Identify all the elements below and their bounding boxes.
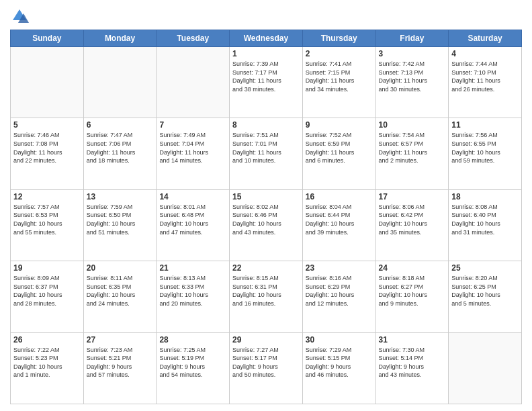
day-info: Sunrise: 8:08 AM Sunset: 6:40 PM Dayligh…	[451, 203, 519, 236]
calendar-cell: 31Sunrise: 7:30 AM Sunset: 5:14 PM Dayli…	[375, 332, 449, 404]
day-number: 5	[13, 120, 81, 130]
day-number: 7	[159, 120, 226, 130]
day-info: Sunrise: 8:13 AM Sunset: 6:33 PM Dayligh…	[159, 274, 226, 308]
calendar-cell: 14Sunrise: 8:01 AM Sunset: 6:48 PM Dayli…	[157, 189, 230, 261]
day-info: Sunrise: 7:44 AM Sunset: 7:10 PM Dayligh…	[451, 60, 519, 93]
day-info: Sunrise: 7:56 AM Sunset: 6:55 PM Dayligh…	[451, 131, 519, 165]
calendar-cell: 30Sunrise: 7:29 AM Sunset: 5:15 PM Dayli…	[302, 332, 375, 404]
day-info: Sunrise: 8:09 AM Sunset: 6:37 PM Dayligh…	[13, 274, 81, 308]
logo	[10, 7, 32, 26]
day-info: Sunrise: 8:15 AM Sunset: 6:31 PM Dayligh…	[232, 274, 300, 308]
day-number: 24	[379, 263, 446, 273]
calendar-cell: 4Sunrise: 7:44 AM Sunset: 7:10 PM Daylig…	[449, 47, 522, 118]
calendar-cell: 24Sunrise: 8:18 AM Sunset: 6:27 PM Dayli…	[375, 261, 449, 332]
day-info: Sunrise: 7:54 AM Sunset: 6:57 PM Dayligh…	[379, 131, 446, 165]
day-info: Sunrise: 8:11 AM Sunset: 6:35 PM Dayligh…	[87, 274, 154, 308]
day-info: Sunrise: 8:06 AM Sunset: 6:42 PM Dayligh…	[379, 203, 446, 236]
calendar-cell	[157, 47, 230, 118]
day-number: 16	[306, 192, 373, 201]
day-number: 19	[13, 263, 81, 273]
day-number: 10	[379, 120, 446, 130]
calendar-week-5: 26Sunrise: 7:22 AM Sunset: 5:23 PM Dayli…	[11, 332, 522, 404]
calendar-week-2: 5Sunrise: 7:46 AM Sunset: 7:08 PM Daylig…	[11, 118, 522, 189]
day-info: Sunrise: 7:27 AM Sunset: 5:17 PM Dayligh…	[232, 346, 300, 379]
header	[10, 7, 522, 26]
day-info: Sunrise: 7:49 AM Sunset: 7:04 PM Dayligh…	[159, 131, 226, 165]
weekday-header-wednesday: Wednesday	[230, 30, 303, 47]
day-number: 6	[87, 120, 154, 130]
day-info: Sunrise: 7:23 AM Sunset: 5:21 PM Dayligh…	[87, 346, 154, 379]
day-info: Sunrise: 8:02 AM Sunset: 6:46 PM Dayligh…	[232, 203, 300, 236]
calendar-cell: 20Sunrise: 8:11 AM Sunset: 6:35 PM Dayli…	[83, 261, 157, 332]
day-number: 22	[232, 263, 300, 273]
day-number: 2	[306, 49, 373, 58]
calendar: SundayMondayTuesdayWednesdayThursdayFrid…	[10, 30, 522, 404]
day-info: Sunrise: 7:39 AM Sunset: 7:17 PM Dayligh…	[232, 60, 300, 93]
calendar-cell: 11Sunrise: 7:56 AM Sunset: 6:55 PM Dayli…	[449, 118, 522, 189]
day-number: 20	[87, 263, 154, 273]
day-info: Sunrise: 8:20 AM Sunset: 6:25 PM Dayligh…	[451, 274, 519, 308]
day-info: Sunrise: 7:41 AM Sunset: 7:15 PM Dayligh…	[306, 60, 373, 93]
day-number: 15	[232, 192, 300, 201]
calendar-cell: 28Sunrise: 7:25 AM Sunset: 5:19 PM Dayli…	[157, 332, 230, 404]
day-info: Sunrise: 8:04 AM Sunset: 6:44 PM Dayligh…	[306, 203, 373, 236]
day-number: 27	[87, 335, 154, 345]
day-number: 18	[451, 192, 519, 201]
calendar-cell	[83, 47, 157, 118]
day-info: Sunrise: 7:30 AM Sunset: 5:14 PM Dayligh…	[379, 346, 446, 379]
calendar-cell: 19Sunrise: 8:09 AM Sunset: 6:37 PM Dayli…	[11, 261, 84, 332]
day-number: 21	[159, 263, 226, 273]
calendar-cell: 7Sunrise: 7:49 AM Sunset: 7:04 PM Daylig…	[157, 118, 230, 189]
day-number: 13	[87, 192, 154, 201]
calendar-cell: 18Sunrise: 8:08 AM Sunset: 6:40 PM Dayli…	[449, 189, 522, 261]
day-info: Sunrise: 7:51 AM Sunset: 7:01 PM Dayligh…	[232, 131, 300, 165]
day-info: Sunrise: 7:57 AM Sunset: 6:53 PM Dayligh…	[13, 203, 81, 236]
day-info: Sunrise: 7:42 AM Sunset: 7:13 PM Dayligh…	[379, 60, 446, 93]
day-number: 9	[306, 120, 373, 130]
calendar-cell: 29Sunrise: 7:27 AM Sunset: 5:17 PM Dayli…	[230, 332, 303, 404]
page: SundayMondayTuesdayWednesdayThursdayFrid…	[0, 0, 532, 411]
day-info: Sunrise: 8:18 AM Sunset: 6:27 PM Dayligh…	[379, 274, 446, 308]
day-number: 14	[159, 192, 226, 201]
calendar-cell: 21Sunrise: 8:13 AM Sunset: 6:33 PM Dayli…	[157, 261, 230, 332]
calendar-cell: 9Sunrise: 7:52 AM Sunset: 6:59 PM Daylig…	[302, 118, 375, 189]
day-number: 28	[159, 335, 226, 345]
calendar-cell: 2Sunrise: 7:41 AM Sunset: 7:15 PM Daylig…	[302, 47, 375, 118]
day-info: Sunrise: 7:47 AM Sunset: 7:06 PM Dayligh…	[87, 131, 154, 165]
weekday-header-thursday: Thursday	[302, 30, 375, 47]
day-number: 8	[232, 120, 300, 130]
day-number: 12	[13, 192, 81, 201]
day-number: 29	[232, 335, 300, 345]
calendar-cell: 17Sunrise: 8:06 AM Sunset: 6:42 PM Dayli…	[375, 189, 449, 261]
calendar-cell	[449, 332, 522, 404]
day-number: 31	[379, 335, 446, 345]
day-number: 25	[451, 263, 519, 273]
day-info: Sunrise: 8:01 AM Sunset: 6:48 PM Dayligh…	[159, 203, 226, 236]
calendar-week-4: 19Sunrise: 8:09 AM Sunset: 6:37 PM Dayli…	[11, 261, 522, 332]
calendar-cell: 3Sunrise: 7:42 AM Sunset: 7:13 PM Daylig…	[375, 47, 449, 118]
calendar-cell	[11, 47, 84, 118]
day-number: 30	[306, 335, 373, 345]
day-number: 4	[451, 49, 519, 58]
calendar-cell: 25Sunrise: 8:20 AM Sunset: 6:25 PM Dayli…	[449, 261, 522, 332]
day-info: Sunrise: 8:16 AM Sunset: 6:29 PM Dayligh…	[306, 274, 373, 308]
day-number: 17	[379, 192, 446, 201]
calendar-cell: 27Sunrise: 7:23 AM Sunset: 5:21 PM Dayli…	[83, 332, 157, 404]
weekday-header-sunday: Sunday	[11, 30, 84, 47]
calendar-cell: 26Sunrise: 7:22 AM Sunset: 5:23 PM Dayli…	[11, 332, 84, 404]
calendar-cell: 16Sunrise: 8:04 AM Sunset: 6:44 PM Dayli…	[302, 189, 375, 261]
calendar-cell: 12Sunrise: 7:57 AM Sunset: 6:53 PM Dayli…	[11, 189, 84, 261]
calendar-cell: 10Sunrise: 7:54 AM Sunset: 6:57 PM Dayli…	[375, 118, 449, 189]
weekday-header-monday: Monday	[83, 30, 157, 47]
calendar-week-1: 1Sunrise: 7:39 AM Sunset: 7:17 PM Daylig…	[11, 47, 522, 118]
calendar-cell: 22Sunrise: 8:15 AM Sunset: 6:31 PM Dayli…	[230, 261, 303, 332]
day-info: Sunrise: 7:52 AM Sunset: 6:59 PM Dayligh…	[306, 131, 373, 165]
day-number: 11	[451, 120, 519, 130]
weekday-header-tuesday: Tuesday	[157, 30, 230, 47]
day-info: Sunrise: 7:29 AM Sunset: 5:15 PM Dayligh…	[306, 346, 373, 379]
logo-icon	[10, 7, 29, 26]
calendar-cell: 15Sunrise: 8:02 AM Sunset: 6:46 PM Dayli…	[230, 189, 303, 261]
day-info: Sunrise: 7:46 AM Sunset: 7:08 PM Dayligh…	[13, 131, 81, 165]
day-number: 1	[232, 49, 300, 58]
weekday-header-friday: Friday	[375, 30, 449, 47]
